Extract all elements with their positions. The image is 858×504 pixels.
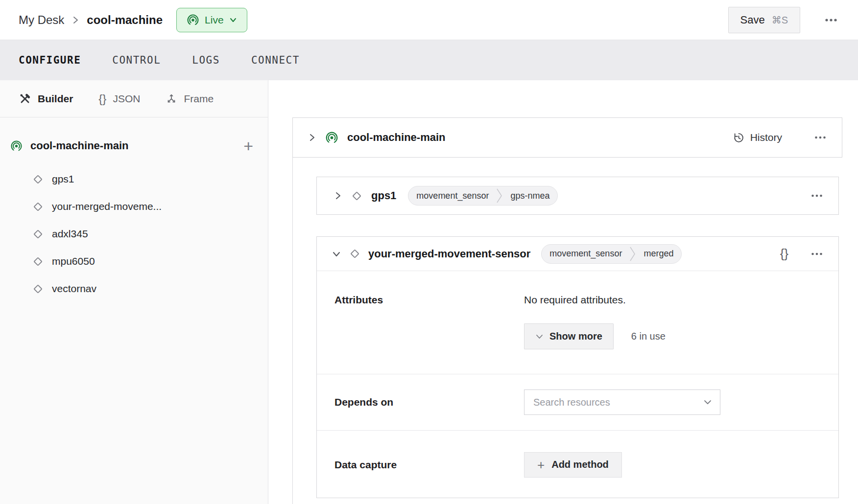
resource-card-gps1: gps1 movement_sensor gps-nmea bbox=[316, 177, 839, 215]
mode-frame[interactable]: Frame bbox=[166, 93, 214, 105]
badge-divider-icon bbox=[630, 244, 636, 264]
component-diamond-icon bbox=[31, 173, 45, 186]
tree-item-label: your-merged-moveme... bbox=[52, 201, 162, 212]
mode-json-label: JSON bbox=[113, 93, 140, 105]
tab-control[interactable]: CONTROL bbox=[112, 54, 161, 66]
add-component-icon[interactable]: + bbox=[243, 137, 253, 154]
resource-more-options-icon[interactable] bbox=[808, 191, 826, 201]
mode-json[interactable]: {} JSON bbox=[98, 92, 140, 106]
tree-item-merged-sensor[interactable]: your-merged-moveme... bbox=[31, 193, 253, 220]
frame-axes-icon bbox=[166, 93, 177, 105]
mode-builder-label: Builder bbox=[38, 93, 73, 105]
chevron-down-icon bbox=[229, 17, 237, 23]
tree-root-label: cool-machine-main bbox=[30, 139, 128, 152]
more-options-icon[interactable] bbox=[822, 15, 840, 25]
component-diamond-icon bbox=[31, 255, 45, 268]
breadcrumb: My Desk cool-machine bbox=[19, 13, 163, 27]
depends-on-label: Depends on bbox=[334, 396, 524, 408]
chevron-down-icon[interactable] bbox=[332, 250, 341, 258]
broadcast-icon bbox=[10, 140, 23, 152]
tab-logs[interactable]: LOGS bbox=[192, 54, 220, 66]
breadcrumb-separator-icon bbox=[72, 15, 79, 25]
history-label: History bbox=[750, 132, 782, 143]
content-area: Builder {} JSON Frame bbox=[0, 80, 858, 504]
breadcrumb-root-link[interactable]: My Desk bbox=[19, 13, 64, 27]
tree-item-label: mpu6050 bbox=[52, 255, 95, 267]
add-method-label: Add method bbox=[551, 459, 609, 470]
save-label: Save bbox=[740, 14, 765, 26]
broadcast-icon bbox=[187, 14, 199, 26]
tree-item-adxl345[interactable]: adxl345 bbox=[31, 220, 253, 248]
part-card-title: cool-machine-main bbox=[347, 131, 445, 144]
resource-more-options-icon[interactable] bbox=[808, 249, 826, 259]
tree-item-main-part[interactable]: cool-machine-main + bbox=[10, 130, 253, 161]
badge-type-label: movement_sensor bbox=[542, 249, 630, 259]
resource-card-merged-sensor: your-merged-movement-sensor movement_sen… bbox=[316, 236, 839, 498]
chevron-right-icon[interactable] bbox=[334, 191, 342, 201]
part-card-cool-machine-main: cool-machine-main History bbox=[292, 117, 842, 158]
search-resources-input[interactable] bbox=[533, 397, 703, 408]
top-bar-actions: Save ⌘S bbox=[728, 7, 841, 33]
depends-on-select[interactable] bbox=[524, 389, 720, 415]
save-shortcut: ⌘S bbox=[772, 14, 788, 26]
tree-item-mpu6050[interactable]: mpu6050 bbox=[31, 248, 253, 275]
sidebar: Builder {} JSON Frame bbox=[0, 80, 268, 504]
tree-item-label: adxl345 bbox=[52, 228, 88, 240]
main-panel: cool-machine-main History bbox=[268, 80, 858, 504]
attributes-empty-text: No required attributes. bbox=[524, 294, 666, 306]
badge-model-label: gps-nmea bbox=[502, 191, 557, 201]
tab-bar: CONFIGURE CONTROL LOGS CONNECT bbox=[0, 40, 858, 80]
badge-divider-icon bbox=[497, 186, 502, 206]
component-diamond-icon bbox=[31, 282, 45, 296]
app-window: My Desk cool-machine Live Save ⌘ bbox=[0, 0, 858, 504]
top-bar: My Desk cool-machine Live Save ⌘ bbox=[0, 0, 858, 40]
section-attributes: Attributes No required attributes. Show … bbox=[317, 271, 838, 374]
mode-frame-label: Frame bbox=[184, 93, 214, 105]
attributes-label: Attributes bbox=[334, 271, 524, 374]
broadcast-icon bbox=[325, 131, 338, 144]
tree-item-label: gps1 bbox=[52, 173, 74, 185]
history-button[interactable]: History bbox=[732, 132, 782, 144]
plus-icon: + bbox=[537, 458, 545, 471]
part-more-options-icon[interactable] bbox=[811, 133, 829, 142]
attributes-value: No required attributes. Show more 6 in u… bbox=[524, 271, 666, 374]
resource-type-badge: movement_sensor merged bbox=[541, 244, 682, 264]
show-more-button[interactable]: Show more bbox=[524, 323, 614, 349]
braces-icon: {} bbox=[98, 92, 106, 106]
chevron-down-icon bbox=[703, 399, 712, 405]
view-mode-switcher: Builder {} JSON Frame bbox=[0, 80, 268, 117]
tab-configure[interactable]: CONFIGURE bbox=[19, 54, 81, 66]
resource-card-title: gps1 bbox=[371, 189, 396, 202]
resource-type-badge: movement_sensor gps-nmea bbox=[408, 186, 558, 206]
save-button[interactable]: Save ⌘S bbox=[728, 7, 801, 33]
show-more-label: Show more bbox=[549, 331, 602, 342]
component-diamond-icon bbox=[31, 200, 45, 213]
edit-json-icon[interactable]: {} bbox=[780, 246, 788, 261]
tree-item-label: vectornav bbox=[52, 283, 96, 295]
mode-builder[interactable]: Builder bbox=[19, 92, 73, 105]
tab-connect[interactable]: CONNECT bbox=[251, 54, 300, 66]
machine-name: cool-machine bbox=[87, 13, 163, 27]
live-status-label: Live bbox=[205, 14, 224, 26]
tools-icon bbox=[19, 92, 31, 105]
live-status-dropdown[interactable]: Live bbox=[176, 8, 247, 32]
attributes-in-use-count: 6 in use bbox=[631, 331, 666, 342]
badge-model-label: merged bbox=[636, 249, 681, 259]
section-depends-on: Depends on bbox=[317, 374, 838, 430]
resource-card-title: your-merged-movement-sensor bbox=[368, 248, 530, 260]
section-data-capture: Data capture + Add method bbox=[317, 430, 838, 499]
chevron-right-icon[interactable] bbox=[308, 133, 316, 142]
chevron-down-icon bbox=[535, 334, 544, 340]
tree-connector-line bbox=[292, 158, 293, 504]
component-diamond-icon bbox=[350, 189, 363, 203]
history-icon bbox=[732, 132, 744, 144]
component-diamond-icon bbox=[31, 228, 45, 241]
tree-item-vectornav[interactable]: vectornav bbox=[31, 275, 253, 302]
badge-type-label: movement_sensor bbox=[408, 191, 497, 201]
resource-tree: cool-machine-main + gps1 your-me bbox=[0, 117, 268, 302]
resource-card-header: your-merged-movement-sensor movement_sen… bbox=[317, 237, 838, 271]
add-method-button[interactable]: + Add method bbox=[524, 452, 622, 478]
data-capture-label: Data capture bbox=[334, 459, 524, 471]
tree-item-gps1[interactable]: gps1 bbox=[31, 165, 253, 193]
component-diamond-icon bbox=[348, 247, 361, 260]
